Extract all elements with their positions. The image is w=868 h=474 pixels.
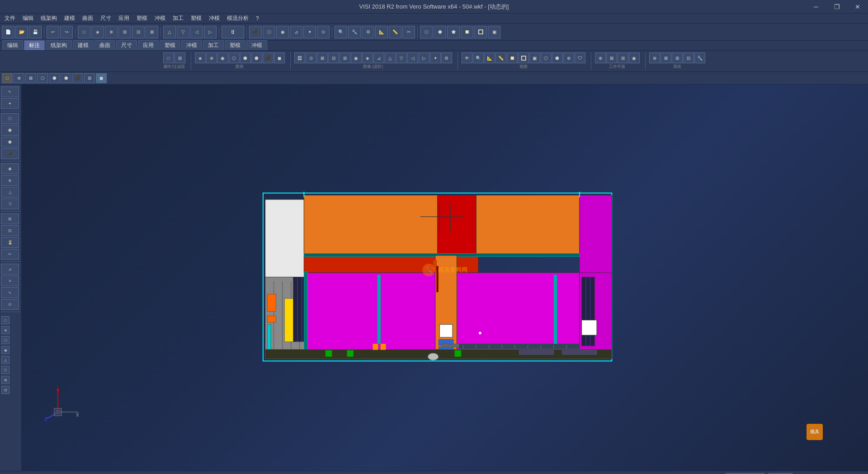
wp-btn-3[interactable]: ⊞	[618, 52, 628, 63]
shape-btn-7[interactable]: ⬛	[263, 52, 274, 63]
sys-btn-3[interactable]: ⊞	[672, 52, 683, 63]
menu-plastics2[interactable]: 塑模	[187, 14, 205, 23]
img-btn-3[interactable]: ⊠	[317, 52, 328, 63]
left-tool-9[interactable]: △	[1, 187, 19, 198]
tb-btn-9[interactable]: ◁	[190, 26, 203, 38]
left-tool-15[interactable]: ⊿	[1, 264, 19, 275]
shape-btn-4[interactable]: ⬡	[229, 52, 240, 63]
tab-edit[interactable]: 编辑	[2, 40, 23, 50]
left-tool-4[interactable]: ⬟	[1, 125, 19, 136]
tb-btn-22[interactable]: ✂	[402, 26, 415, 38]
redo-btn[interactable]: ↪	[60, 26, 73, 38]
tert-btn-4[interactable]: ⬡	[37, 73, 48, 83]
img-btn-2[interactable]: ⊙	[306, 52, 316, 63]
img-btn-11[interactable]: ◁	[407, 52, 418, 63]
left-tool-10[interactable]: ▽	[1, 199, 19, 209]
img-btn-14[interactable]: ⚙	[441, 52, 452, 63]
tert-btn-3[interactable]: ⊠	[25, 73, 36, 83]
sys-btn-4[interactable]: ⊟	[683, 52, 694, 63]
left-tool-17[interactable]: ∿	[1, 287, 19, 298]
sys-btn-5[interactable]: 🔧	[694, 52, 705, 63]
img-btn-6[interactable]: ◉	[351, 52, 362, 63]
view-btn-8[interactable]: ⬡	[541, 52, 552, 63]
mini-tool-1[interactable]: □	[1, 316, 9, 324]
view-btn-2[interactable]: 🔍	[473, 52, 484, 63]
img-btn-12[interactable]: ▷	[419, 52, 429, 63]
mini-tool-8[interactable]: ⊟	[1, 386, 9, 394]
tb-btn-13[interactable]: ◉	[276, 26, 289, 38]
tb-btn-25[interactable]: ⬟	[447, 26, 460, 38]
shape-btn-3[interactable]: ◉	[217, 52, 228, 63]
tert-btn-1[interactable]: □	[2, 73, 13, 83]
img-btn-8[interactable]: ⊿	[373, 52, 384, 63]
mini-tool-6[interactable]: ▽	[1, 366, 9, 374]
left-tool-7[interactable]: ◉	[1, 163, 19, 174]
menu-edit[interactable]: 编辑	[19, 14, 37, 23]
menu-help[interactable]: ?	[252, 14, 263, 23]
menu-stamp2[interactable]: 冲模	[205, 14, 223, 23]
view-btn-7[interactable]: ▣	[529, 52, 540, 63]
left-tool-16[interactable]: ≡	[1, 275, 19, 286]
img-btn-5[interactable]: ⊞	[340, 52, 350, 63]
tab-machining[interactable]: 加工	[203, 40, 224, 50]
view-btn-5[interactable]: 🔲	[507, 52, 518, 63]
view-btn-1[interactable]: 👁	[462, 52, 472, 63]
viewport[interactable]: 🔧 模具资料网 Y X Z	[22, 85, 868, 471]
tb-btn-26[interactable]: 🔲	[461, 26, 473, 38]
menu-wireframe[interactable]: 线架构	[37, 14, 61, 23]
tb-btn-16[interactable]: ⊙	[317, 26, 330, 38]
wp-btn-1[interactable]: ⊕	[595, 52, 606, 63]
wp-btn-2[interactable]: ⊠	[606, 52, 617, 63]
mini-tool-4[interactable]: ◉	[1, 346, 9, 354]
menu-dimension[interactable]: 尺寸	[97, 14, 115, 23]
img-btn-10[interactable]: ▽	[396, 52, 407, 63]
mini-tool-7[interactable]: ⊞	[1, 376, 9, 384]
tert-btn-8[interactable]: ⊞	[84, 73, 95, 83]
tb-btn-18[interactable]: 🔧	[348, 26, 361, 38]
tb-btn-19[interactable]: ⚙	[362, 26, 374, 38]
menu-flow[interactable]: 模流分析	[223, 14, 252, 23]
tab-stamp2[interactable]: 冲模	[246, 40, 267, 50]
tb-btn-24[interactable]: ⬢	[434, 26, 446, 38]
shape-btn-1[interactable]: ◈	[195, 52, 206, 63]
mini-tool-2[interactable]: ⊕	[1, 326, 9, 334]
menu-modeling[interactable]: 建模	[61, 14, 79, 23]
left-tool-2[interactable]: ✦	[1, 98, 19, 109]
mini-tool-5[interactable]: △	[1, 356, 9, 364]
tb-btn-17[interactable]: 🔍	[335, 26, 347, 38]
menu-stamp[interactable]: 冲模	[151, 14, 169, 23]
tab-modeling[interactable]: 建模	[73, 40, 94, 50]
view-btn-10[interactable]: ⊕	[563, 52, 574, 63]
img-btn-4[interactable]: ⊟	[328, 52, 339, 63]
tab-plastics[interactable]: 塑模	[160, 40, 180, 50]
img-btn-9[interactable]: △	[385, 52, 396, 63]
tb-btn-1[interactable]: □	[78, 26, 90, 38]
tab-annotation[interactable]: 标注	[24, 40, 45, 50]
tert-btn-7[interactable]: ⬛	[72, 73, 83, 83]
left-tool-18[interactable]: ⊙	[1, 299, 19, 310]
menu-apply[interactable]: 应用	[115, 14, 133, 23]
left-tool-11[interactable]: ⊞	[1, 213, 19, 224]
img-btn-7[interactable]: ◈	[362, 52, 373, 63]
menu-plastics[interactable]: 塑模	[133, 14, 151, 23]
tb-btn-8[interactable]: ▽	[177, 26, 189, 38]
tb-btn-23[interactable]: ⬡	[420, 26, 433, 38]
left-tool-6[interactable]: ⬛	[1, 148, 19, 159]
tb-btn-27[interactable]: 🔳	[474, 26, 487, 38]
undo-btn[interactable]: ↩	[47, 26, 59, 38]
tab-dimension[interactable]: 尺寸	[116, 40, 137, 50]
tb-btn-20[interactable]: 📐	[375, 26, 388, 38]
tab-plastics2[interactable]: 塑模	[225, 40, 245, 50]
tb-btn-4[interactable]: ⊞	[118, 26, 131, 38]
tb-btn-10[interactable]: ▷	[204, 26, 217, 38]
tb-btn-3[interactable]: ⊕	[105, 26, 118, 38]
left-tool-5[interactable]: ⬢	[1, 137, 19, 147]
view-btn-6[interactable]: 🔳	[518, 52, 529, 63]
menu-machining[interactable]: 加工	[169, 14, 187, 23]
tert-btn-9[interactable]: ◼	[96, 73, 107, 83]
tert-btn-5[interactable]: ⬢	[49, 73, 60, 83]
view-btn-4[interactable]: 📏	[495, 52, 506, 63]
menu-file[interactable]: 文件	[1, 14, 19, 23]
tert-btn-6[interactable]: ⬟	[61, 73, 71, 83]
tert-btn-2[interactable]: ⊕	[14, 73, 24, 83]
